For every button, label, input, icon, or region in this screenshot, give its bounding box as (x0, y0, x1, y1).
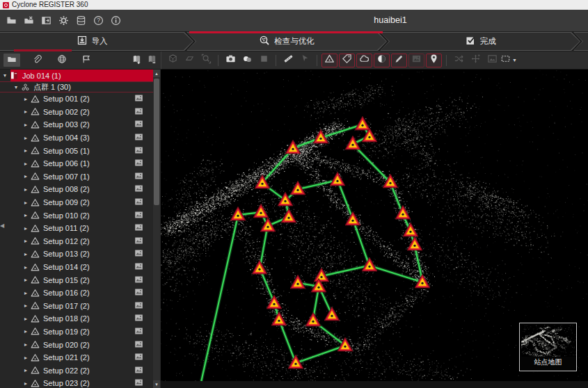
tree-item-setup[interactable]: ▸Setup 006 (1) (0, 157, 153, 170)
setup-marker-8[interactable] (382, 174, 398, 188)
tree-item-setup[interactable]: ▸Setup 013 (2) (0, 248, 153, 261)
tree-item-setup[interactable]: ▸Setup 018 (2) (0, 312, 153, 325)
tree-scrollbar[interactable]: ▲ ▼ (153, 70, 160, 388)
help-button[interactable]: ? (93, 15, 104, 26)
tree-caret[interactable]: ▾ (1, 72, 8, 79)
zoom-region-button[interactable] (198, 54, 214, 67)
thumbnail-icon[interactable] (134, 249, 143, 259)
setup-marker-10[interactable] (278, 192, 294, 207)
storage-button[interactable] (75, 15, 86, 26)
workflow-tab-3[interactable]: 完成 (380, 32, 580, 51)
tree-item-setup[interactable]: ▸Setup 014 (2) (0, 261, 153, 274)
tree-caret[interactable]: ▸ (22, 186, 29, 193)
tree-item-setup[interactable]: ▸Setup 023 (2) (0, 377, 153, 388)
info-button[interactable] (110, 15, 121, 26)
tree-caret[interactable]: ▸ (22, 147, 29, 154)
tree-item-setup[interactable]: ▸Setup 012 (2) (0, 235, 153, 248)
tree-caret[interactable]: ▸ (22, 355, 29, 361)
tree-item-setup[interactable]: ▸Setup 003 (2) (0, 118, 153, 131)
setup-marker-2[interactable] (361, 128, 377, 143)
tree-caret[interactable]: ▸ (22, 341, 29, 348)
thumbnail-icon[interactable] (134, 197, 143, 208)
setup-marker-14[interactable] (345, 211, 361, 226)
setup-marker-4[interactable] (344, 136, 360, 150)
tree-item-setup[interactable]: ▸Setup 019 (2) (0, 325, 153, 339)
point-cloud-viewport[interactable]: 站点地图 (161, 70, 588, 381)
tree-caret[interactable]: ▸ (22, 380, 29, 387)
thumbnail-icon[interactable] (134, 365, 143, 375)
thumbnail-icon[interactable] (134, 326, 143, 337)
tag-button[interactable] (339, 54, 355, 67)
tree-caret[interactable]: ▸ (22, 135, 29, 141)
thumbnail-icon[interactable] (134, 210, 143, 220)
setup-marker-25[interactable] (267, 295, 283, 309)
pick-pointer-button[interactable] (297, 54, 312, 67)
thumbnail-icon[interactable] (134, 314, 143, 324)
thumbnail-icon[interactable] (134, 145, 143, 156)
setup-marker-29[interactable] (337, 337, 353, 352)
tree-item-setup[interactable]: ▸Setup 005 (1) (0, 144, 153, 157)
setup-marker-15[interactable] (395, 205, 411, 220)
thumbnail-icon[interactable] (134, 184, 143, 195)
thumbnail-icon[interactable] (134, 159, 143, 169)
measure-ruler-button[interactable] (280, 54, 296, 67)
thumbnail-icon[interactable] (134, 133, 143, 143)
tree-caret[interactable]: ▸ (22, 225, 29, 232)
tree-item-setup[interactable]: ▸Setup 017 (2) (0, 300, 153, 313)
tree-caret[interactable]: ▸ (22, 290, 29, 296)
setup-marker-28[interactable] (324, 307, 340, 321)
tree-caret[interactable]: ▸ (22, 96, 29, 102)
setup-marker-12[interactable] (253, 204, 269, 218)
thumbnail-icon[interactable] (134, 120, 143, 130)
tree-item-job[interactable]: ▾Job 014 (1) (0, 70, 153, 81)
thumbnail-icon[interactable] (134, 106, 143, 117)
image-button[interactable] (408, 54, 424, 67)
setup-marker-button[interactable] (321, 54, 337, 67)
setup-marker-24[interactable] (415, 274, 431, 289)
thumbnail-icon[interactable] (134, 275, 143, 285)
sidebar-tab-flag-map[interactable] (79, 54, 95, 67)
setup-marker-16[interactable] (260, 218, 276, 232)
tree-caret[interactable]: ▸ (22, 122, 29, 128)
site-map-panel[interactable]: 站点地图 (519, 323, 577, 371)
camera-button[interactable] (223, 54, 238, 67)
tree-item-setup[interactable]: ▸Setup 009 (2) (0, 196, 153, 209)
stop-square-button[interactable] (256, 54, 271, 67)
setup-marker-7[interactable] (330, 172, 346, 186)
setup-marker-26[interactable] (271, 312, 287, 326)
tree-item-setup[interactable]: ▸Setup 016 (2) (0, 286, 153, 300)
setup-marker-20[interactable] (361, 257, 377, 272)
setup-marker-5[interactable] (285, 140, 301, 154)
thumbnail-icon[interactable] (134, 353, 143, 363)
rect-select-button[interactable]: ▼ (501, 54, 516, 67)
tree-item-setup[interactable]: ▸Setup 002 (2) (0, 106, 153, 119)
tree-caret[interactable]: ▸ (22, 173, 29, 179)
sidebar-tab-globe[interactable] (54, 54, 70, 67)
plane-view-button[interactable] (182, 54, 197, 67)
tree-caret[interactable]: ▸ (22, 238, 29, 244)
import-panel-button[interactable] (40, 15, 51, 26)
tree-item-setup[interactable]: ▸Setup 015 (2) (0, 273, 153, 286)
tree-item-setup[interactable]: ▸Setup 020 (2) (0, 338, 153, 351)
thumbnail-icon[interactable] (134, 339, 143, 350)
cloud-button[interactable] (356, 54, 372, 67)
tree-caret[interactable]: ▸ (22, 212, 29, 218)
sidebar-collapse-handle[interactable]: ◀ (0, 223, 4, 229)
thumbnail-icon[interactable] (134, 288, 143, 298)
setup-marker-6[interactable] (254, 175, 270, 189)
tree-item-setup[interactable]: ▸Setup 011 (2) (0, 222, 153, 235)
tree-caret[interactable]: ▾ (13, 84, 19, 90)
setup-marker-22[interactable] (290, 275, 306, 289)
setup-marker-27[interactable] (305, 312, 321, 327)
thumbnail-icon[interactable] (134, 262, 143, 273)
tree-item-setup[interactable]: ▸Setup 004 (3) (0, 131, 153, 145)
sidebar-tab-folder[interactable] (3, 54, 20, 67)
tree-item-setup[interactable]: ▸Setup 021 (2) (0, 351, 153, 364)
tree-caret[interactable]: ▸ (22, 161, 29, 167)
setup-marker-3[interactable] (313, 129, 329, 144)
tree-caret[interactable]: ▸ (22, 264, 29, 270)
tree-item-cluster[interactable]: ▾点群 1 (30) (0, 81, 153, 92)
bundle-view-button[interactable] (165, 54, 180, 67)
contrast-button[interactable] (374, 54, 390, 67)
setup-marker-11[interactable] (230, 207, 246, 221)
